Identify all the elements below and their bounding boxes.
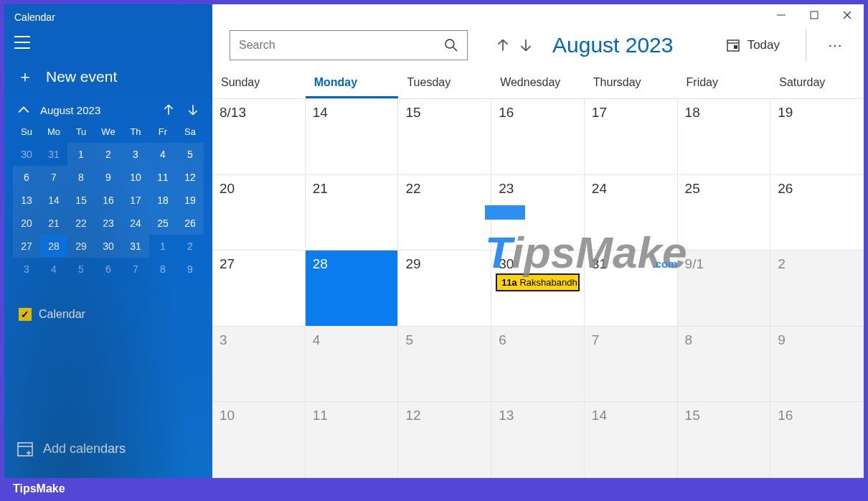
mini-day-cell[interactable]: 4 (149, 143, 176, 166)
day-cell[interactable]: 3 (212, 327, 306, 403)
mini-day-cell[interactable]: 20 (13, 212, 40, 235)
mini-cal-prev-button[interactable] (162, 103, 175, 116)
mini-day-cell[interactable]: 14 (40, 189, 67, 212)
search-input[interactable] (239, 39, 425, 52)
day-cell[interactable]: 15 (398, 99, 491, 175)
next-period-button[interactable] (518, 37, 534, 53)
mini-day-cell[interactable]: 9 (95, 166, 122, 189)
day-cell[interactable]: 24 (585, 175, 678, 251)
calendar-toggle[interactable]: ✓ Calendar (4, 301, 212, 328)
day-cell[interactable]: 4 (306, 327, 399, 403)
window-controls (765, 4, 864, 26)
today-button[interactable]: Today (719, 34, 787, 57)
day-cell[interactable]: 5 (398, 327, 491, 403)
mini-cal-collapse-button[interactable] (17, 103, 30, 116)
mini-day-cell[interactable]: 24 (122, 212, 149, 235)
mini-day-cell[interactable]: 31 (40, 143, 67, 166)
day-cell[interactable]: 18 (678, 99, 771, 175)
mini-day-cell[interactable]: 31 (122, 235, 149, 258)
day-cell[interactable]: 14 (306, 99, 399, 175)
mini-day-cell[interactable]: 6 (13, 166, 40, 189)
mini-day-cell[interactable]: 7 (40, 166, 67, 189)
mini-day-cell[interactable]: 16 (95, 189, 122, 212)
prev-period-button[interactable] (495, 37, 511, 53)
mini-day-cell[interactable]: 12 (176, 166, 204, 189)
mini-day-cell[interactable]: 19 (176, 189, 204, 212)
mini-cal-next-button[interactable] (187, 103, 199, 116)
mini-day-cell[interactable]: 13 (13, 189, 40, 212)
day-cell[interactable]: 9/1 (678, 250, 771, 327)
day-cell[interactable]: 16 (770, 402, 864, 478)
day-cell[interactable]: 19 (770, 99, 864, 175)
day-cell[interactable]: 17 (585, 99, 678, 175)
mini-day-cell[interactable]: 30 (95, 235, 122, 258)
day-cell[interactable]: 7 (585, 327, 678, 403)
close-button[interactable] (831, 4, 864, 26)
day-of-week-header: SundayMondayTuesdayWednesdayThursdayFrid… (212, 67, 864, 98)
day-cell[interactable]: 29 (398, 250, 491, 327)
mini-day-cell[interactable]: 15 (67, 189, 95, 212)
mini-day-cell[interactable]: 29 (67, 235, 95, 258)
day-cell[interactable]: 10 (212, 402, 306, 478)
mini-day-cell[interactable]: 2 (176, 235, 204, 258)
day-cell[interactable]: 27 (212, 250, 306, 327)
day-cell[interactable]: 11 (306, 402, 399, 478)
mini-day-cell[interactable]: 17 (122, 189, 149, 212)
new-event-button[interactable]: ＋ New event (4, 56, 212, 100)
mini-day-cell[interactable]: 5 (67, 258, 95, 281)
day-cell[interactable]: 12 (398, 402, 491, 478)
day-cell[interactable]: 14 (585, 402, 678, 478)
calendar-event[interactable]: 11a Rakshabandh (496, 273, 580, 291)
day-cell[interactable]: 3011a Rakshabandh (491, 250, 585, 327)
svg-rect-0 (18, 443, 32, 456)
mini-day-cell[interactable]: 18 (149, 189, 176, 212)
mini-day-cell[interactable]: 26 (176, 212, 204, 235)
day-cell[interactable]: 6 (491, 327, 585, 403)
more-menu-button[interactable]: ⋯ (825, 37, 846, 54)
mini-day-cell[interactable]: 7 (122, 258, 149, 281)
mini-day-cell[interactable]: 10 (122, 166, 149, 189)
day-cell[interactable]: 9 (770, 327, 864, 403)
day-cell[interactable]: 16 (491, 99, 585, 175)
mini-day-cell[interactable]: 2 (95, 143, 122, 166)
mini-day-cell[interactable]: 4 (40, 258, 67, 281)
maximize-button[interactable] (798, 4, 831, 26)
day-cell[interactable]: 26 (770, 175, 864, 251)
day-cell[interactable]: 31 (585, 250, 678, 327)
day-cell[interactable]: 21 (306, 175, 399, 251)
day-cell[interactable]: 13 (491, 402, 585, 478)
mini-day-cell[interactable]: 8 (67, 166, 95, 189)
mini-day-cell[interactable]: 21 (40, 212, 67, 235)
mini-day-cell[interactable]: 1 (67, 143, 95, 166)
day-cell[interactable]: 20 (212, 175, 306, 251)
mini-day-cell[interactable]: 23 (95, 212, 122, 235)
mini-day-cell[interactable]: 30 (13, 143, 40, 166)
day-number: 31 (592, 256, 607, 271)
mini-day-cell[interactable]: 1 (149, 235, 176, 258)
mini-day-cell[interactable]: 5 (176, 143, 204, 166)
mini-day-cell[interactable]: 9 (176, 258, 204, 281)
mini-day-cell[interactable]: 6 (95, 258, 122, 281)
mini-day-cell[interactable]: 25 (149, 212, 176, 235)
day-cell[interactable]: 28 (306, 250, 399, 327)
day-cell[interactable]: 22 (398, 175, 491, 251)
mini-day-cell[interactable]: 11 (149, 166, 176, 189)
mini-day-cell[interactable]: 8 (149, 258, 176, 281)
day-cell[interactable]: 2 (770, 250, 864, 327)
mini-day-cell[interactable]: 27 (13, 235, 40, 258)
day-cell[interactable]: 8/13 (212, 99, 306, 175)
day-cell[interactable]: 15 (678, 402, 771, 478)
search-box[interactable] (230, 30, 468, 60)
month-title[interactable]: August 2023 (552, 33, 673, 57)
add-calendars-button[interactable]: Add calendars (4, 434, 138, 464)
mini-dow: Mo (40, 123, 67, 143)
minimize-button[interactable] (765, 4, 798, 26)
day-cell[interactable]: 8 (678, 327, 771, 403)
mini-day-cell[interactable]: 28 (40, 235, 67, 258)
day-cell[interactable]: 23 (491, 175, 585, 251)
hamburger-menu-button[interactable] (4, 23, 212, 56)
mini-day-cell[interactable]: 3 (13, 258, 40, 281)
mini-day-cell[interactable]: 22 (67, 212, 95, 235)
day-cell[interactable]: 25 (678, 175, 771, 251)
mini-day-cell[interactable]: 3 (122, 143, 149, 166)
